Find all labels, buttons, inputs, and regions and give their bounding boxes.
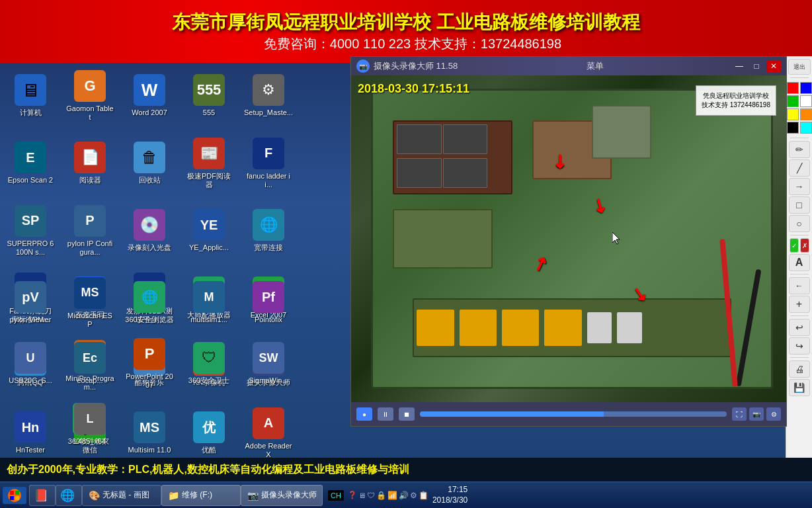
stop-btn[interactable]: ⏹: [399, 407, 415, 421]
recorder-minimize[interactable]: —: [732, 60, 747, 72]
ch-indicator: CH: [328, 490, 344, 501]
tray-network[interactable]: 📶: [387, 491, 397, 500]
progress-bar[interactable]: [420, 411, 727, 417]
tray-monitor[interactable]: 🖥: [358, 491, 366, 499]
settings-btn[interactable]: ⚙: [766, 407, 781, 421]
taskbar-ie[interactable]: 🌐: [56, 485, 82, 506]
tool-print[interactable]: 🖨: [789, 360, 810, 378]
icon-fanuc[interactable]: F fanuc ladder ii...: [241, 134, 296, 193]
icon-l485[interactable]: L L485_x64: [63, 395, 117, 454]
tool-save[interactable]: 💾: [789, 379, 810, 396]
pcb-label: 凭良远程职业培训学校技术支持 13724486198: [696, 85, 776, 116]
record-btn[interactable]: ●: [356, 407, 372, 421]
color-white[interactable]: [800, 95, 812, 107]
icon-pdf-reader[interactable]: 📄 阅读器: [63, 134, 117, 193]
tool-line[interactable]: ╱: [789, 159, 810, 177]
tool-check[interactable]: ✓: [790, 238, 799, 253]
icon-broadband[interactable]: 🌐 宽带连接: [241, 201, 296, 261]
pcb-arrow-2: ↘: [587, 192, 611, 218]
icon-pdf-fast[interactable]: 📰 极速PDF阅读器: [182, 134, 236, 193]
svg-rect-2: [15, 491, 19, 495]
taskbar-repair-label: 维修 (F:): [182, 489, 212, 501]
icon-pointofix[interactable]: Pf Pointofix: [241, 273, 296, 333]
taskbar: 📕 🌐 🎨 无标题 - 画图 📁 维修 (F:) 📷 摄像头录像大师 CH ❓: [0, 482, 812, 508]
tool-cross[interactable]: ✗: [800, 238, 809, 253]
tool-rect[interactable]: □: [789, 196, 810, 214]
taskbar-repair[interactable]: 📁 维修 (F:): [161, 485, 241, 506]
paint-icon: 🎨: [88, 489, 100, 501]
taskbar-clock: 17:15 2018/3/30: [432, 485, 467, 505]
icon-multisim2[interactable]: M multisim1...: [182, 273, 236, 333]
pcb-arrow-3: ↗: [529, 251, 551, 277]
tray-task[interactable]: 📋: [419, 491, 428, 500]
icon-record-disc[interactable]: 💿 录像刻入光盘: [122, 201, 177, 261]
clock-time: 17:15: [432, 485, 467, 495]
icon-sigmawin[interactable]: SW SigmaWin...: [241, 334, 296, 394]
tool-circle[interactable]: ○: [789, 215, 810, 232]
recorder-window: 📷 摄像头录像大师 11.58 菜单 — □ ✕ 2018-03-30 17:1…: [350, 56, 787, 427]
icon-555[interactable]: 555 555: [182, 66, 236, 126]
tool-move-left[interactable]: ←: [789, 277, 810, 294]
color-red[interactable]: [787, 82, 799, 94]
icon-pylon[interactable]: P pylon IP Configura...: [63, 201, 117, 261]
color-yellow[interactable]: [787, 108, 799, 120]
icon-usb[interactable]: U USB20C_S...: [3, 334, 58, 394]
icon-epson[interactable]: E Epson Scan 2: [3, 134, 58, 193]
tool-pen[interactable]: ✏: [789, 141, 810, 158]
tray-volume[interactable]: 🔊: [399, 491, 409, 500]
pause-btn[interactable]: ⏸: [378, 407, 393, 421]
taskbar-pdf[interactable]: 📕: [29, 485, 56, 506]
tray-security[interactable]: 🔒: [376, 491, 386, 500]
icon-ye-app[interactable]: YE YE_Applic...: [182, 201, 236, 261]
fullscreen-btn[interactable]: ⛶: [732, 407, 747, 421]
tray-settings[interactable]: ⚙: [410, 491, 417, 500]
snapshot-btn[interactable]: 📷: [749, 407, 764, 421]
recorder-icon: 📷: [356, 60, 370, 73]
bottom-banner-text: 创办于2000年,专业教学：PLC,机器人,数控机床等自动化编程及工业电路板维修…: [7, 463, 409, 477]
color-blue[interactable]: [800, 82, 812, 94]
icon-eocap[interactable]: Ec eocap...: [63, 334, 117, 394]
taskbar-paint[interactable]: 🎨 无标题 - 画图: [82, 485, 161, 506]
color-cyan[interactable]: [800, 122, 812, 134]
pcb-chip-area: [393, 120, 512, 194]
taskbar-camera[interactable]: 📷 摄像头录像大师: [241, 485, 323, 506]
icon-computer[interactable]: 🖥 计算机: [3, 66, 58, 126]
recorder-title: 摄像头录像大师 11.58: [374, 60, 458, 72]
icon-recycle[interactable]: 🗑 回收站: [122, 134, 177, 193]
bottom-banner: 创办于2000年,专业教学：PLC,机器人,数控机床等自动化编程及工业电路板维修…: [0, 458, 812, 482]
start-button[interactable]: [3, 487, 26, 504]
recorder-restore[interactable]: □: [749, 60, 764, 72]
icon-superpro[interactable]: SP SUPERPRO 6100N s...: [3, 201, 58, 261]
recorder-titlebar: 📷 摄像头录像大师 11.58 菜单 — □ ✕: [351, 57, 786, 75]
desktop: 东莞市厚街凤远程职业培训学校 工业电路板维修培训教程 免费咨询：4000 110…: [0, 0, 812, 508]
recorder-menu[interactable]: 菜单: [587, 60, 604, 72]
icon-360browser[interactable]: 🌐 360安全浏览器: [122, 273, 177, 333]
tool-exit[interactable]: 退出: [788, 59, 811, 75]
icon-microscan[interactable]: MS Microscan ESP: [63, 273, 117, 333]
camera-icon: 📷: [247, 489, 259, 501]
icon-360guard[interactable]: 🛡 360安全卫士: [182, 334, 236, 394]
video-timestamp: 2018-03-30 17:15:11: [358, 82, 469, 96]
svg-rect-4: [15, 496, 19, 500]
color-orange[interactable]: [800, 108, 812, 120]
color-black[interactable]: [787, 122, 799, 134]
icon-word2007[interactable]: W Word 2007: [122, 66, 177, 126]
tool-undo[interactable]: ↩: [789, 319, 810, 336]
color-green[interactable]: [787, 95, 799, 107]
tool-text-a[interactable]: A: [789, 254, 810, 271]
recorder-close[interactable]: ✕: [766, 60, 781, 72]
tool-redo[interactable]: ↪: [789, 337, 810, 355]
taskbar-tray: CH ❓ 🖥 🛡 🔒 📶 🔊 ⚙ 📋 17:15 2018/3/30: [323, 485, 473, 505]
icon-ppt2007[interactable]: P PowerPoint 2007: [122, 334, 177, 394]
icon-setup[interactable]: ⚙ Setup_Maste...: [241, 66, 296, 126]
icon-gaomon[interactable]: G Gaomon Tablet: [63, 66, 117, 126]
top-banner: 东莞市厚街凤远程职业培训学校 工业电路板维修培训教程 免费咨询：4000 110…: [0, 0, 812, 63]
icon-pylon-viewer[interactable]: pV pylon Viewer: [3, 273, 58, 333]
tool-plus[interactable]: +: [789, 296, 810, 313]
video-content: ↘ ↘ ↗ ↘ 凭良远程职业培训学校技术支持 13724486198: [351, 75, 786, 402]
tray-help[interactable]: ❓: [348, 491, 357, 499]
taskbar-paint-label: 无标题 - 画图: [102, 489, 149, 501]
clock-date: 2018/3/30: [432, 495, 467, 506]
tray-antivirus[interactable]: 🛡: [367, 491, 375, 500]
tool-arrow[interactable]: →: [789, 178, 810, 195]
